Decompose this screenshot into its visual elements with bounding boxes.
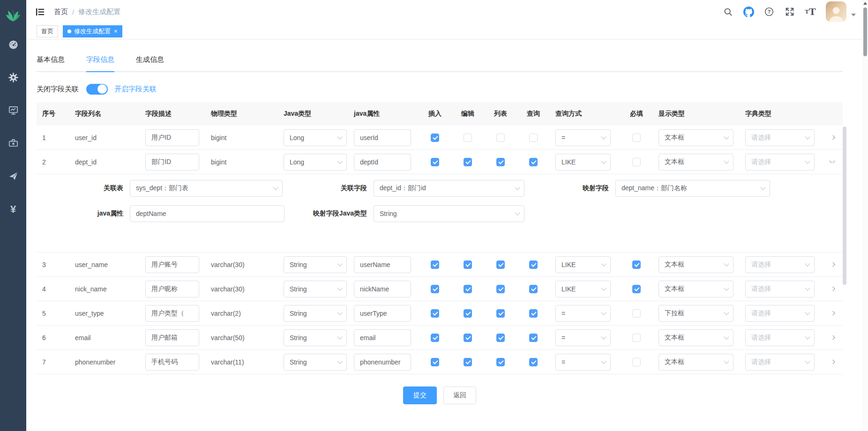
java-attr-input[interactable] (130, 205, 284, 222)
sidebar-item-dashboard[interactable] (0, 29, 26, 62)
dict-type-select[interactable]: 请选择 (745, 154, 815, 171)
page-scrollbar[interactable] (862, 0, 868, 431)
column-desc-input[interactable] (145, 305, 199, 322)
query-type-select[interactable]: = (555, 129, 611, 146)
expand-row-icon[interactable] (829, 262, 835, 267)
display-type-select[interactable]: 文本框 (658, 129, 733, 146)
display-type-select[interactable]: 文本框 (658, 329, 733, 346)
query-checkbox[interactable] (529, 134, 538, 142)
required-checkbox[interactable] (632, 334, 641, 342)
list-checkbox[interactable] (496, 309, 505, 318)
java-type-select[interactable]: Long (284, 129, 347, 146)
query-type-select[interactable]: = (555, 329, 611, 346)
display-type-select[interactable]: 文本框 (658, 281, 733, 297)
required-checkbox[interactable] (632, 285, 641, 293)
query-checkbox[interactable] (529, 358, 538, 366)
required-checkbox[interactable] (632, 260, 641, 269)
query-type-select[interactable]: LIKE (555, 154, 611, 171)
dict-type-select[interactable]: 请选择 (745, 354, 815, 371)
java-type-select[interactable]: Long (284, 154, 347, 171)
java-field-input[interactable] (354, 354, 411, 371)
edit-checkbox[interactable] (464, 158, 472, 166)
java-field-input[interactable] (354, 329, 411, 346)
query-type-select[interactable]: LIKE (555, 281, 611, 297)
relation-switch[interactable] (86, 84, 108, 95)
display-type-select[interactable]: 文本框 (658, 256, 733, 273)
expand-row-icon[interactable] (829, 335, 835, 340)
edit-checkbox[interactable] (464, 260, 472, 269)
list-checkbox[interactable] (496, 134, 505, 142)
dict-type-select[interactable]: 请选择 (745, 256, 815, 273)
java-type-select[interactable]: String (284, 281, 347, 297)
java-type-select[interactable]: String (284, 256, 347, 273)
edit-checkbox[interactable] (464, 358, 472, 366)
java-type-select[interactable]: String (284, 354, 347, 371)
query-type-select[interactable]: = (555, 305, 611, 322)
back-button[interactable]: 返回 (443, 386, 476, 404)
expand-row-icon[interactable] (829, 135, 835, 140)
insert-checkbox[interactable] (431, 158, 439, 166)
insert-checkbox[interactable] (431, 309, 439, 318)
java-field-input[interactable] (354, 154, 411, 171)
submit-button[interactable]: 提交 (403, 386, 437, 404)
help-icon[interactable]: ? (761, 2, 777, 21)
close-tag-icon[interactable]: × (114, 28, 118, 35)
required-checkbox[interactable] (632, 158, 641, 166)
sidebar-item-monitor[interactable] (0, 95, 26, 127)
font-size-icon[interactable]: TT (802, 2, 818, 21)
edit-checkbox[interactable] (464, 134, 472, 142)
insert-checkbox[interactable] (431, 134, 439, 142)
column-desc-input[interactable] (145, 129, 199, 146)
tab-basic-info[interactable]: 基本信息 (37, 51, 65, 71)
expand-row-icon[interactable] (829, 287, 835, 291)
list-checkbox[interactable] (496, 334, 505, 342)
insert-checkbox[interactable] (431, 285, 439, 293)
sidebar-item-pay[interactable]: ¥ (0, 193, 26, 226)
expand-row-icon[interactable] (829, 161, 835, 163)
query-checkbox[interactable] (529, 334, 538, 342)
sidebar-item-guide[interactable] (0, 160, 26, 193)
insert-checkbox[interactable] (431, 358, 439, 366)
edit-checkbox[interactable] (464, 334, 472, 342)
list-checkbox[interactable] (496, 285, 505, 293)
query-checkbox[interactable] (529, 309, 538, 318)
column-desc-input[interactable] (145, 281, 199, 297)
java-field-input[interactable] (354, 129, 411, 146)
display-type-select[interactable]: 文本框 (658, 354, 733, 371)
scrollbar-thumb[interactable] (863, 7, 867, 56)
tab-generate-info[interactable]: 生成信息 (136, 51, 164, 71)
list-checkbox[interactable] (496, 358, 505, 366)
tab-field-info[interactable]: 字段信息 (86, 51, 114, 71)
edit-checkbox[interactable] (464, 285, 472, 293)
scrollbar-up-arrow-icon[interactable] (863, 2, 867, 5)
column-desc-input[interactable] (145, 256, 199, 273)
dict-type-select[interactable]: 请选择 (745, 329, 815, 346)
edit-checkbox[interactable] (464, 309, 472, 318)
java-type-select[interactable]: String (284, 329, 347, 346)
search-icon[interactable] (720, 2, 736, 21)
dict-type-select[interactable]: 请选择 (745, 305, 815, 322)
avatar[interactable] (826, 1, 846, 22)
sidebar-item-system[interactable] (0, 62, 26, 95)
display-type-select[interactable]: 文本框 (658, 154, 733, 171)
display-type-select[interactable]: 下拉框 (658, 305, 733, 322)
query-checkbox[interactable] (529, 260, 538, 269)
list-checkbox[interactable] (496, 158, 505, 166)
java-field-input[interactable] (354, 305, 411, 322)
java-field-input[interactable] (354, 256, 411, 273)
java-field-input[interactable] (354, 281, 411, 297)
required-checkbox[interactable] (632, 358, 641, 366)
expand-row-icon[interactable] (829, 311, 835, 315)
column-desc-input[interactable] (145, 354, 199, 371)
breadcrumb-home[interactable]: 首页 (54, 7, 68, 16)
required-checkbox[interactable] (632, 309, 641, 318)
github-icon[interactable] (741, 2, 756, 21)
query-checkbox[interactable] (529, 285, 538, 293)
user-menu[interactable] (826, 1, 856, 22)
dict-type-select[interactable]: 请选择 (745, 129, 815, 146)
query-type-select[interactable]: = (555, 354, 611, 371)
fullscreen-icon[interactable] (782, 2, 798, 21)
query-type-select[interactable]: LIKE (555, 256, 611, 273)
mapping-field-select[interactable]: dept_name：部门名称 (615, 180, 770, 197)
relation-field-select[interactable]: dept_id：部门id (374, 180, 524, 197)
